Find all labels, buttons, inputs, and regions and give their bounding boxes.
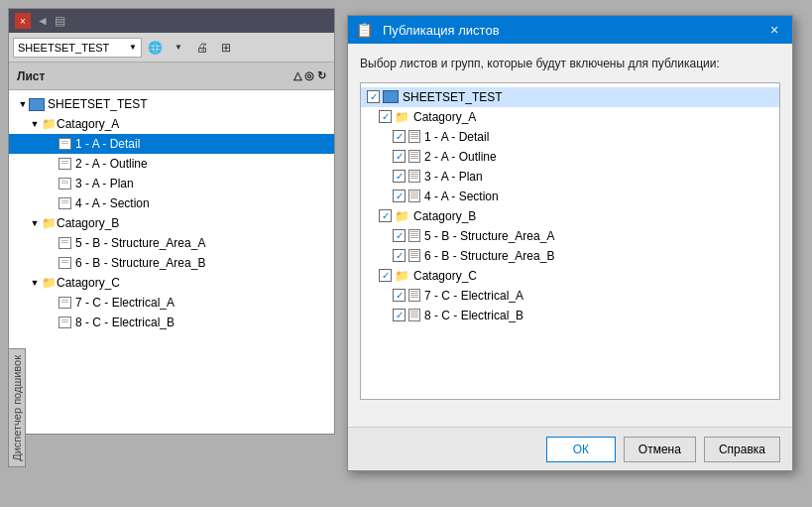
tree-item-3-a-plan[interactable]: 3 - A - Plan — [9, 174, 334, 193]
tree-item-1-a-detail[interactable]: 1 - A - Detail — [9, 134, 334, 154]
catC-label: Catagory_C — [57, 276, 120, 290]
modal-item1-checkbox[interactable] — [393, 130, 406, 143]
modal-catA-icon: 📁 — [395, 110, 409, 124]
dropdown-arrow-btn[interactable]: ▼ — [168, 37, 189, 59]
catA-folder-icon: 📁 — [41, 118, 57, 131]
cancel-button[interactable]: Отмена — [624, 437, 696, 462]
item5-label: 5 - B - Structure_Area_A — [75, 236, 205, 250]
tree-item-7-c[interactable]: 7 - C - Electrical_A — [9, 293, 334, 313]
item1-sheet-icon — [57, 136, 72, 152]
modal-titlebar: 📋 Публикация листов × — [348, 16, 792, 44]
dropdown-arrow-icon: ▼ — [129, 43, 137, 52]
root-label: SHEETSET_TEST — [48, 97, 148, 111]
header-icons: △ ◎ ↻ — [293, 69, 326, 82]
item6-label: 6 - B - Structure_Area_B — [75, 256, 205, 270]
modal-catC[interactable]: 📁 Catagory_C — [361, 266, 779, 286]
modal-catB-label: Catagory_B — [413, 209, 476, 223]
tree-item-catagory-c[interactable]: ▼ 📁 Catagory_C — [9, 273, 334, 293]
globe-button[interactable]: 🌐 — [144, 37, 166, 59]
item4-sheet-icon — [57, 195, 72, 211]
catA-expand-icon: ▼ — [29, 118, 41, 130]
publish-dialog: 📋 Публикация листов × Выбор листов и гру… — [347, 15, 793, 471]
close-button-left[interactable]: × — [15, 13, 31, 29]
tree-item-5-b[interactable]: 5 - B - Structure_Area_A — [9, 233, 334, 253]
modal-item-5[interactable]: 5 - B - Structure_Area_A — [361, 226, 779, 246]
item4-expand — [45, 197, 57, 209]
refresh-icon[interactable]: ↻ — [317, 69, 326, 82]
modal-close-button[interactable]: × — [764, 20, 784, 40]
modal-item2-checkbox[interactable] — [393, 150, 406, 163]
item6-expand — [45, 257, 57, 269]
left-panel-toolbar: SHEETSET_TEST ▼ 🌐 ▼ 🖨 ⊞ — [9, 33, 334, 63]
catB-expand-icon: ▼ — [29, 217, 41, 229]
modal-item8-checkbox[interactable] — [393, 309, 406, 321]
tree-item-8-c[interactable]: 8 - C - Electrical_B — [9, 313, 334, 332]
item6-sheet-icon — [57, 255, 72, 271]
modal-item6-label: 6 - B - Structure_Area_B — [424, 249, 554, 263]
modal-item-1[interactable]: 1 - A - Detail — [361, 127, 779, 147]
tree-item-6-b[interactable]: 6 - B - Structure_Area_B — [9, 253, 334, 273]
modal-item-8[interactable]: 8 - C - Electrical_B — [361, 306, 779, 325]
modal-item5-icon — [408, 229, 420, 242]
ok-button[interactable]: ОК — [546, 437, 616, 462]
tree-item-catagory-b[interactable]: ▼ 📁 Catagory_B — [9, 213, 334, 233]
modal-item7-icon — [408, 289, 420, 302]
item1-expand — [45, 138, 57, 150]
item4-label: 4 - A - Section — [75, 196, 150, 210]
print-button[interactable]: 🖨 — [191, 37, 213, 59]
modal-item1-icon — [408, 130, 420, 143]
modal-catC-checkbox[interactable] — [379, 269, 392, 282]
modal-catB-checkbox[interactable] — [379, 209, 392, 222]
modal-catB[interactable]: 📁 Catagory_B — [361, 206, 779, 226]
modal-item4-checkbox[interactable] — [393, 190, 406, 202]
modal-item2-label: 2 - A - Outline — [424, 150, 497, 164]
item8-sheet-icon — [57, 315, 72, 330]
item3-sheet-icon — [57, 176, 72, 191]
root-sheetset-icon — [29, 96, 45, 112]
tree-item-4-a-section[interactable]: 4 - A - Section — [9, 193, 334, 213]
modal-item4-label: 4 - A - Section — [424, 190, 499, 203]
item7-sheet-icon — [57, 295, 72, 311]
item5-sheet-icon — [57, 235, 72, 251]
tree-item-2-a-outline[interactable]: 2 - A - Outline — [9, 154, 334, 174]
modal-item8-icon — [408, 309, 420, 321]
modal-item7-checkbox[interactable] — [393, 289, 406, 302]
modal-item-4[interactable]: 4 - A - Section — [361, 187, 779, 206]
modal-root-label: SHEETSET_TEST — [403, 90, 503, 104]
modal-item-3[interactable]: 3 - A - Plan — [361, 167, 779, 187]
left-panel-header: Лист △ ◎ ↻ — [9, 63, 334, 90]
side-tab[interactable]: Диспетчер подшивок — [8, 348, 26, 467]
grid-button[interactable]: ⊞ — [215, 37, 237, 59]
sheetset-dropdown[interactable]: SHEETSET_TEST ▼ — [13, 38, 142, 58]
modal-catC-label: Catagory_C — [413, 269, 477, 283]
help-button[interactable]: Справка — [704, 437, 780, 462]
collapse-icon[interactable]: △ — [293, 69, 301, 82]
item2-expand — [45, 158, 57, 170]
modal-catA-checkbox[interactable] — [379, 110, 392, 123]
item2-sheet-icon — [57, 156, 72, 172]
modal-item8-label: 8 - C - Electrical_B — [424, 309, 523, 322]
item7-expand — [45, 297, 57, 309]
modal-catA[interactable]: 📁 Catagory_A — [361, 107, 779, 127]
panel-title: Лист — [17, 69, 45, 83]
item1-label: 1 - A - Detail — [75, 137, 140, 151]
eye-icon[interactable]: ◎ — [304, 69, 314, 82]
item3-expand — [45, 178, 57, 190]
modal-root-checkbox[interactable] — [367, 90, 380, 103]
modal-item5-checkbox[interactable] — [393, 229, 406, 242]
modal-catB-icon: 📁 — [395, 209, 409, 223]
modal-item-7[interactable]: 7 - C - Electrical_A — [361, 286, 779, 306]
left-panel-tree: ▼ SHEETSET_TEST ▼ 📁 Catagory_A 1 - A - D… — [9, 90, 334, 434]
tree-root[interactable]: ▼ SHEETSET_TEST — [9, 94, 334, 114]
modal-item3-checkbox[interactable] — [393, 170, 406, 183]
modal-item1-label: 1 - A - Detail — [424, 130, 489, 144]
modal-item-2[interactable]: 2 - A - Outline — [361, 147, 779, 167]
catB-folder-icon: 📁 — [41, 217, 57, 230]
modal-item-6[interactable]: 6 - B - Structure_Area_B — [361, 246, 779, 266]
modal-item6-checkbox[interactable] — [393, 249, 406, 262]
modal-catA-label: Catagory_A — [413, 110, 476, 124]
tree-item-catagory-a[interactable]: ▼ 📁 Catagory_A — [9, 114, 334, 134]
sheetset-dropdown-value: SHEETSET_TEST — [18, 42, 109, 54]
modal-root[interactable]: SHEETSET_TEST — [361, 87, 779, 107]
left-panel-titlebar: × ◄ ▤ — [9, 9, 334, 33]
